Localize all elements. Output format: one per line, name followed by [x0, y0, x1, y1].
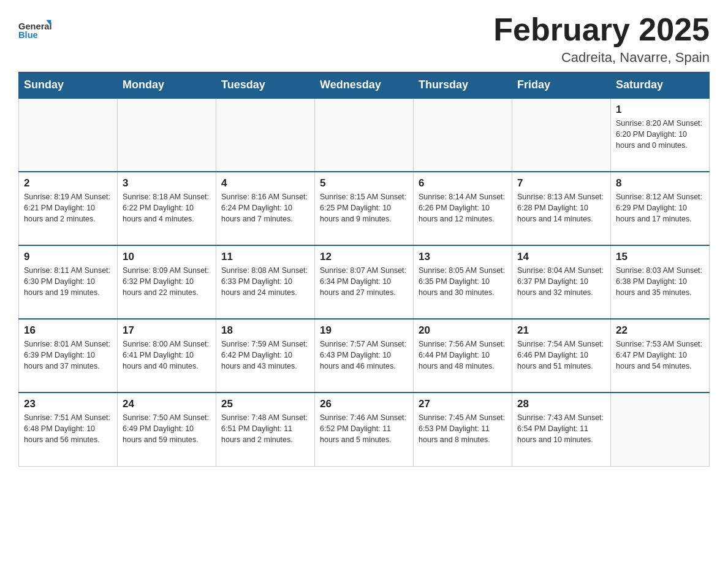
calendar-cell: 24Sunrise: 7:50 AM Sunset: 6:49 PM Dayli… [118, 393, 216, 466]
day-info: Sunrise: 7:43 AM Sunset: 6:54 PM Dayligh… [517, 412, 605, 445]
calendar-cell: 26Sunrise: 7:46 AM Sunset: 6:52 PM Dayli… [315, 393, 414, 466]
calendar-cell: 10Sunrise: 8:09 AM Sunset: 6:32 PM Dayli… [118, 245, 216, 319]
calendar-cell: 5Sunrise: 8:15 AM Sunset: 6:25 PM Daylig… [315, 172, 414, 245]
day-info: Sunrise: 8:03 AM Sunset: 6:38 PM Dayligh… [616, 265, 704, 298]
calendar-subtitle: Cadreita, Navarre, Spain [493, 50, 710, 66]
svg-text:General: General [18, 21, 52, 31]
day-number: 9 [24, 251, 112, 263]
calendar-cell: 9Sunrise: 8:11 AM Sunset: 6:30 PM Daylig… [19, 245, 118, 319]
calendar-cell [512, 98, 611, 172]
day-number: 8 [616, 177, 704, 190]
col-tuesday: Tuesday [216, 72, 315, 99]
day-info: Sunrise: 7:53 AM Sunset: 6:47 PM Dayligh… [616, 339, 704, 372]
calendar-cell: 16Sunrise: 8:01 AM Sunset: 6:39 PM Dayli… [19, 319, 118, 393]
calendar-cell [19, 98, 118, 172]
day-number: 12 [320, 251, 408, 263]
day-info: Sunrise: 7:46 AM Sunset: 6:52 PM Dayligh… [320, 412, 408, 445]
day-info: Sunrise: 8:15 AM Sunset: 6:25 PM Dayligh… [320, 191, 408, 224]
day-number: 4 [221, 177, 309, 190]
day-number: 11 [221, 251, 309, 263]
day-number: 26 [320, 398, 408, 410]
calendar-cell: 7Sunrise: 8:13 AM Sunset: 6:28 PM Daylig… [512, 172, 611, 245]
calendar-week-4: 16Sunrise: 8:01 AM Sunset: 6:39 PM Dayli… [19, 319, 710, 393]
calendar-title: February 2025 [493, 12, 710, 47]
day-info: Sunrise: 8:16 AM Sunset: 6:24 PM Dayligh… [221, 191, 309, 224]
calendar-week-5: 23Sunrise: 7:51 AM Sunset: 6:48 PM Dayli… [19, 393, 710, 466]
calendar-cell: 4Sunrise: 8:16 AM Sunset: 6:24 PM Daylig… [216, 172, 315, 245]
day-info: Sunrise: 8:05 AM Sunset: 6:35 PM Dayligh… [419, 265, 507, 298]
calendar-week-2: 2Sunrise: 8:19 AM Sunset: 6:21 PM Daylig… [19, 172, 710, 245]
day-number: 15 [616, 251, 704, 263]
calendar-cell: 18Sunrise: 7:59 AM Sunset: 6:42 PM Dayli… [216, 319, 315, 393]
calendar-cell [414, 98, 512, 172]
day-number: 13 [419, 251, 507, 263]
day-info: Sunrise: 8:11 AM Sunset: 6:30 PM Dayligh… [24, 265, 112, 298]
day-number: 16 [24, 324, 112, 337]
calendar-cell: 15Sunrise: 8:03 AM Sunset: 6:38 PM Dayli… [611, 245, 710, 319]
calendar-body: 1Sunrise: 8:20 AM Sunset: 6:20 PM Daylig… [19, 98, 710, 466]
calendar-cell: 12Sunrise: 8:07 AM Sunset: 6:34 PM Dayli… [315, 245, 414, 319]
day-number: 18 [221, 324, 309, 337]
day-info: Sunrise: 8:00 AM Sunset: 6:41 PM Dayligh… [123, 339, 211, 372]
col-saturday: Saturday [611, 72, 710, 99]
day-number: 22 [616, 324, 704, 337]
day-info: Sunrise: 7:48 AM Sunset: 6:51 PM Dayligh… [221, 412, 309, 445]
calendar-cell: 17Sunrise: 8:00 AM Sunset: 6:41 PM Dayli… [118, 319, 216, 393]
day-number: 19 [320, 324, 408, 337]
day-info: Sunrise: 7:54 AM Sunset: 6:46 PM Dayligh… [517, 339, 605, 372]
day-number: 23 [24, 398, 112, 410]
day-number: 6 [419, 177, 507, 190]
day-number: 5 [320, 177, 408, 190]
day-info: Sunrise: 8:04 AM Sunset: 6:37 PM Dayligh… [517, 265, 605, 298]
day-info: Sunrise: 8:12 AM Sunset: 6:29 PM Dayligh… [616, 191, 704, 224]
col-thursday: Thursday [414, 72, 512, 99]
calendar-cell: 19Sunrise: 7:57 AM Sunset: 6:43 PM Dayli… [315, 319, 414, 393]
calendar-table: Sunday Monday Tuesday Wednesday Thursday… [18, 72, 710, 467]
day-info: Sunrise: 7:45 AM Sunset: 6:53 PM Dayligh… [419, 412, 507, 445]
day-info: Sunrise: 7:57 AM Sunset: 6:43 PM Dayligh… [320, 339, 408, 372]
calendar-cell: 20Sunrise: 7:56 AM Sunset: 6:44 PM Dayli… [414, 319, 512, 393]
header-row: Sunday Monday Tuesday Wednesday Thursday… [19, 72, 710, 99]
day-info: Sunrise: 8:08 AM Sunset: 6:33 PM Dayligh… [221, 265, 309, 298]
day-info: Sunrise: 7:50 AM Sunset: 6:49 PM Dayligh… [123, 412, 211, 445]
calendar-cell: 1Sunrise: 8:20 AM Sunset: 6:20 PM Daylig… [611, 98, 710, 172]
title-block: February 2025 Cadreita, Navarre, Spain [493, 12, 710, 66]
calendar-cell: 14Sunrise: 8:04 AM Sunset: 6:37 PM Dayli… [512, 245, 611, 319]
day-number: 10 [123, 251, 211, 263]
day-number: 24 [123, 398, 211, 410]
svg-text:Blue: Blue [18, 31, 38, 40]
day-info: Sunrise: 8:07 AM Sunset: 6:34 PM Dayligh… [320, 265, 408, 298]
calendar-week-3: 9Sunrise: 8:11 AM Sunset: 6:30 PM Daylig… [19, 245, 710, 319]
day-info: Sunrise: 7:56 AM Sunset: 6:44 PM Dayligh… [419, 339, 507, 372]
day-info: Sunrise: 8:09 AM Sunset: 6:32 PM Dayligh… [123, 265, 211, 298]
day-info: Sunrise: 8:14 AM Sunset: 6:26 PM Dayligh… [419, 191, 507, 224]
calendar-cell: 2Sunrise: 8:19 AM Sunset: 6:21 PM Daylig… [19, 172, 118, 245]
day-number: 7 [517, 177, 605, 190]
logo-svg: General Blue [18, 12, 55, 46]
calendar-cell: 6Sunrise: 8:14 AM Sunset: 6:26 PM Daylig… [414, 172, 512, 245]
calendar-cell: 25Sunrise: 7:48 AM Sunset: 6:51 PM Dayli… [216, 393, 315, 466]
calendar-cell [611, 393, 710, 466]
day-number: 20 [419, 324, 507, 337]
day-number: 27 [419, 398, 507, 410]
logo: General Blue [18, 12, 55, 48]
day-number: 25 [221, 398, 309, 410]
day-number: 14 [517, 251, 605, 263]
day-number: 28 [517, 398, 605, 410]
calendar-header: Sunday Monday Tuesday Wednesday Thursday… [19, 72, 710, 99]
calendar-cell: 28Sunrise: 7:43 AM Sunset: 6:54 PM Dayli… [512, 393, 611, 466]
calendar-cell: 21Sunrise: 7:54 AM Sunset: 6:46 PM Dayli… [512, 319, 611, 393]
day-info: Sunrise: 7:51 AM Sunset: 6:48 PM Dayligh… [24, 412, 112, 445]
col-monday: Monday [118, 72, 216, 99]
calendar-cell: 22Sunrise: 7:53 AM Sunset: 6:47 PM Dayli… [611, 319, 710, 393]
day-info: Sunrise: 7:59 AM Sunset: 6:42 PM Dayligh… [221, 339, 309, 372]
day-info: Sunrise: 8:19 AM Sunset: 6:21 PM Dayligh… [24, 191, 112, 224]
day-info: Sunrise: 8:13 AM Sunset: 6:28 PM Dayligh… [517, 191, 605, 224]
calendar-cell [118, 98, 216, 172]
day-info: Sunrise: 8:18 AM Sunset: 6:22 PM Dayligh… [123, 191, 211, 224]
day-number: 1 [616, 104, 704, 116]
col-sunday: Sunday [19, 72, 118, 99]
calendar-cell [315, 98, 414, 172]
calendar-cell: 27Sunrise: 7:45 AM Sunset: 6:53 PM Dayli… [414, 393, 512, 466]
calendar-cell: 23Sunrise: 7:51 AM Sunset: 6:48 PM Dayli… [19, 393, 118, 466]
